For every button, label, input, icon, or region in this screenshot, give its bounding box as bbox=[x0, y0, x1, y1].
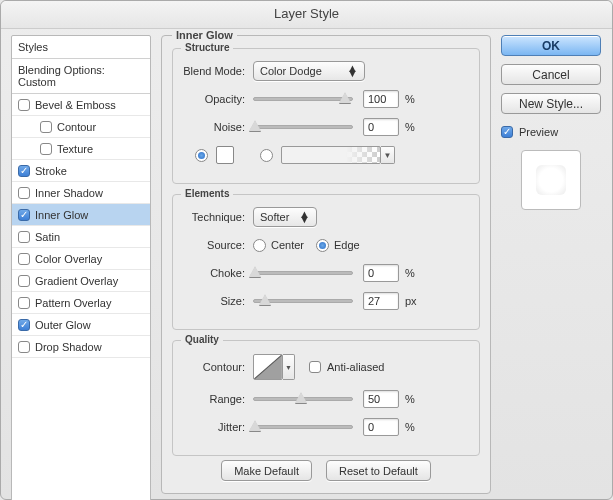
blending-options-row[interactable]: Blending Options: Custom bbox=[12, 59, 150, 94]
style-checkbox[interactable] bbox=[18, 341, 30, 353]
anti-aliased-label: Anti-aliased bbox=[327, 361, 384, 373]
size-input[interactable]: 27 bbox=[363, 292, 399, 310]
center-label: Center bbox=[271, 239, 304, 251]
choke-slider[interactable] bbox=[253, 266, 353, 280]
choke-input[interactable]: 0 bbox=[363, 264, 399, 282]
quality-group: Quality Contour: ▼ Anti-aliased bbox=[172, 340, 480, 456]
style-item-color-overlay[interactable]: Color Overlay bbox=[12, 248, 150, 270]
style-checkbox[interactable] bbox=[18, 253, 30, 265]
elements-group: Elements Technique: Softer ▲▼ Source: Ce… bbox=[172, 194, 480, 330]
preview-checkbox[interactable] bbox=[501, 126, 513, 138]
range-input[interactable]: 50 bbox=[363, 390, 399, 408]
noise-slider[interactable] bbox=[253, 120, 353, 134]
size-unit: px bbox=[405, 295, 417, 307]
style-checkbox[interactable] bbox=[18, 209, 30, 221]
style-item-label: Contour bbox=[57, 121, 96, 133]
style-item-satin[interactable]: Satin bbox=[12, 226, 150, 248]
jitter-input[interactable]: 0 bbox=[363, 418, 399, 436]
style-item-pattern-overlay[interactable]: Pattern Overlay bbox=[12, 292, 150, 314]
cancel-button[interactable]: Cancel bbox=[501, 64, 601, 85]
preview-label: Preview bbox=[519, 126, 558, 138]
style-item-label: Gradient Overlay bbox=[35, 275, 118, 287]
jitter-slider[interactable] bbox=[253, 420, 353, 434]
style-checkbox[interactable] bbox=[40, 121, 52, 133]
style-item-stroke[interactable]: Stroke bbox=[12, 160, 150, 182]
style-checkbox[interactable] bbox=[18, 231, 30, 243]
opacity-label: Opacity: bbox=[181, 93, 253, 105]
inner-glow-group: Inner Glow Structure Blend Mode: Color D… bbox=[161, 35, 491, 494]
updown-icon: ▲▼ bbox=[299, 212, 310, 222]
style-item-outer-glow[interactable]: Outer Glow bbox=[12, 314, 150, 336]
source-edge-radio[interactable] bbox=[316, 239, 329, 252]
noise-unit: % bbox=[405, 121, 415, 133]
opacity-slider[interactable] bbox=[253, 92, 353, 106]
color-radio[interactable] bbox=[195, 149, 208, 162]
style-item-label: Texture bbox=[57, 143, 93, 155]
technique-select[interactable]: Softer ▲▼ bbox=[253, 207, 317, 227]
opacity-unit: % bbox=[405, 93, 415, 105]
opacity-input[interactable]: 100 bbox=[363, 90, 399, 108]
style-checkbox[interactable] bbox=[18, 187, 30, 199]
updown-icon: ▲▼ bbox=[347, 66, 358, 76]
anti-aliased-checkbox[interactable] bbox=[309, 361, 321, 373]
noise-input[interactable]: 0 bbox=[363, 118, 399, 136]
style-item-inner-glow[interactable]: Inner Glow bbox=[12, 204, 150, 226]
style-item-texture[interactable]: Texture bbox=[12, 138, 150, 160]
style-checkbox[interactable] bbox=[18, 319, 30, 331]
choke-label: Choke: bbox=[181, 267, 253, 279]
size-slider[interactable] bbox=[253, 294, 353, 308]
style-item-inner-shadow[interactable]: Inner Shadow bbox=[12, 182, 150, 204]
source-label: Source: bbox=[181, 239, 253, 251]
style-item-label: Pattern Overlay bbox=[35, 297, 111, 309]
styles-header[interactable]: Styles bbox=[12, 36, 150, 59]
style-item-label: Inner Shadow bbox=[35, 187, 103, 199]
contour-menu-arrow[interactable]: ▼ bbox=[283, 354, 295, 380]
styles-panel: Styles Blending Options: Custom Bevel & … bbox=[11, 35, 151, 500]
contour-label: Contour: bbox=[181, 361, 253, 373]
make-default-button[interactable]: Make Default bbox=[221, 460, 312, 481]
preview-thumbnail bbox=[521, 150, 581, 210]
blend-mode-label: Blend Mode: bbox=[181, 65, 253, 77]
window-title: Layer Style bbox=[1, 1, 612, 29]
style-item-gradient-overlay[interactable]: Gradient Overlay bbox=[12, 270, 150, 292]
side-panel: OK Cancel New Style... Preview bbox=[501, 35, 601, 500]
style-item-label: Bevel & Emboss bbox=[35, 99, 116, 111]
style-checkbox[interactable] bbox=[18, 99, 30, 111]
new-style-button[interactable]: New Style... bbox=[501, 93, 601, 114]
jitter-label: Jitter: bbox=[181, 421, 253, 433]
contour-picker[interactable] bbox=[253, 354, 283, 380]
range-unit: % bbox=[405, 393, 415, 405]
gradient-menu-arrow[interactable]: ▼ bbox=[381, 146, 395, 164]
technique-value: Softer bbox=[260, 211, 289, 223]
reset-default-button[interactable]: Reset to Default bbox=[326, 460, 431, 481]
style-item-contour[interactable]: Contour bbox=[12, 116, 150, 138]
layer-style-window: Layer Style Styles Blending Options: Cus… bbox=[0, 0, 613, 500]
blend-mode-select[interactable]: Color Dodge ▲▼ bbox=[253, 61, 365, 81]
choke-unit: % bbox=[405, 267, 415, 279]
noise-label: Noise: bbox=[181, 121, 253, 133]
quality-title: Quality bbox=[181, 334, 223, 345]
structure-title: Structure bbox=[181, 42, 233, 53]
style-item-label: Inner Glow bbox=[35, 209, 88, 221]
ok-button[interactable]: OK bbox=[501, 35, 601, 56]
style-item-label: Stroke bbox=[35, 165, 67, 177]
style-checkbox[interactable] bbox=[40, 143, 52, 155]
style-item-label: Color Overlay bbox=[35, 253, 102, 265]
group-title: Inner Glow bbox=[172, 29, 237, 41]
source-center-radio[interactable] bbox=[253, 239, 266, 252]
style-item-bevel-emboss[interactable]: Bevel & Emboss bbox=[12, 94, 150, 116]
range-label: Range: bbox=[181, 393, 253, 405]
style-item-label: Outer Glow bbox=[35, 319, 91, 331]
range-slider[interactable] bbox=[253, 392, 353, 406]
gradient-picker[interactable] bbox=[281, 146, 381, 164]
style-item-drop-shadow[interactable]: Drop Shadow bbox=[12, 336, 150, 358]
edge-label: Edge bbox=[334, 239, 360, 251]
preview-inner bbox=[536, 165, 566, 195]
color-swatch[interactable] bbox=[216, 146, 234, 164]
size-label: Size: bbox=[181, 295, 253, 307]
style-checkbox[interactable] bbox=[18, 165, 30, 177]
gradient-radio[interactable] bbox=[260, 149, 273, 162]
style-checkbox[interactable] bbox=[18, 297, 30, 309]
style-checkbox[interactable] bbox=[18, 275, 30, 287]
style-item-label: Drop Shadow bbox=[35, 341, 102, 353]
